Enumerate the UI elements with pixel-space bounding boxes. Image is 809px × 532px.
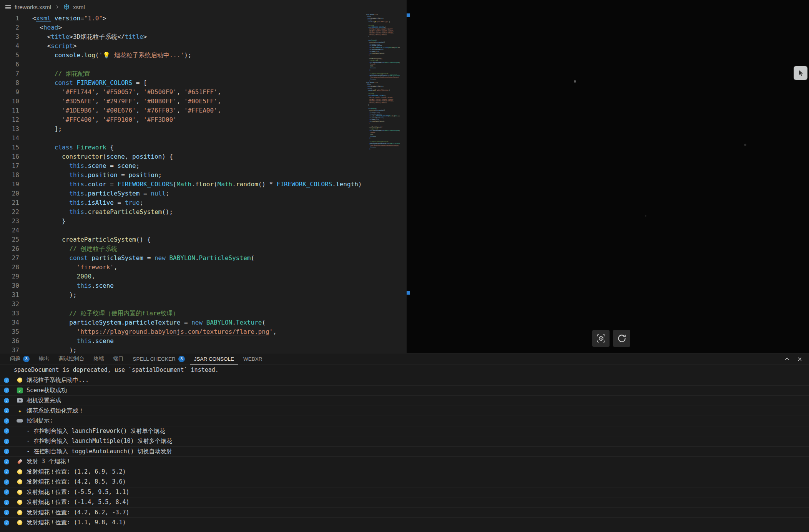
camera-icon xyxy=(17,397,23,404)
code-line: 5 console.log('💡 烟花粒子系统启动中...'); xyxy=(0,51,364,60)
info-icon: i xyxy=(4,479,9,485)
console-message: 烟花系统初始化完成！ xyxy=(27,407,84,414)
console-message: - 在控制台输入 toggleAutoLaunch() 切换自动发射 xyxy=(27,448,172,455)
console-log-row: i- 在控制台输入 toggleAutoLaunch() 切换自动发射 xyxy=(0,447,809,457)
line-number: 12 xyxy=(0,115,19,124)
code-line: 6 xyxy=(0,60,364,69)
breadcrumb: fireworks.xsml xsml xyxy=(0,0,407,14)
panel-tab-bar: 问题3输出调试控制台终端端口SPELL CHECKER3JSAR CONSOLE… xyxy=(0,353,809,365)
line-number: 1 xyxy=(0,14,19,23)
preview-handle-top[interactable] xyxy=(407,13,410,17)
menu-icon[interactable] xyxy=(5,5,11,9)
console-message: 发射 3 个烟花！ xyxy=(27,458,71,465)
console-log-row: iScene获取成功 xyxy=(0,386,809,396)
console-log-row: i烟花粒子系统启动中... xyxy=(0,375,809,386)
info-icon: i xyxy=(4,459,9,464)
info-icon: i xyxy=(4,489,9,495)
line-number: 14 xyxy=(0,134,19,143)
info-icon: i xyxy=(4,520,9,525)
console-deprecation-message: spaceDocument is deprecated, use `spatia… xyxy=(0,365,809,375)
code-line: 1<xsml version="1.0"> xyxy=(0,14,364,23)
maximize-panel-icon[interactable] xyxy=(784,356,790,362)
bulb-icon xyxy=(17,500,23,505)
breadcrumb-symbol[interactable]: xsml xyxy=(73,4,85,10)
line-number: 6 xyxy=(0,60,19,69)
firework-particle xyxy=(645,215,646,217)
panel-tab-ports[interactable]: 端口 xyxy=(110,353,128,365)
rocket-icon xyxy=(17,458,23,465)
screenshot-scene-button[interactable] xyxy=(592,330,610,347)
blank-icon xyxy=(17,438,23,444)
console-message: 发射烟花！位置: (-5.5, 9.5, 1.1) xyxy=(27,489,130,496)
code-line: 14 xyxy=(0,134,364,143)
code-line: 19 this.color = FIREWORK_COLORS[Math.flo… xyxy=(0,180,364,189)
console-log-row: i- 在控制台输入 launchMultiple(10) 发射多个烟花 xyxy=(0,436,809,447)
minimap[interactable]: <xsml version="1.0"> <head> <title>3D烟花粒… xyxy=(364,14,400,353)
line-number: 32 xyxy=(0,300,19,309)
code-editor[interactable]: 1<xsml version="1.0">2 <head>3 <title>3D… xyxy=(0,14,364,353)
line-number: 24 xyxy=(0,226,19,235)
panel-tab-terminal[interactable]: 终端 xyxy=(90,353,108,365)
code-line: 7 // 烟花配置 xyxy=(0,69,364,78)
panel-tab-webxr[interactable]: WEBXR xyxy=(239,353,266,365)
code-line: 21 this.isAlive = true; xyxy=(0,198,364,207)
line-number: 34 xyxy=(0,318,19,327)
panel-tab-problems[interactable]: 问题3 xyxy=(6,353,33,365)
line-number: 18 xyxy=(0,171,19,180)
panel-tab-jsar-console[interactable]: JSAR CONSOLE xyxy=(190,353,238,365)
line-number: 4 xyxy=(0,41,19,51)
code-line: ); xyxy=(364,148,400,150)
console-log-row: i相机设置完成 xyxy=(0,396,809,406)
preview-controls xyxy=(592,330,630,347)
code-line: 16 constructor(scene, position) { xyxy=(0,152,364,161)
code-line: 31 ); xyxy=(0,290,364,300)
panel-tab-output[interactable]: 输出 xyxy=(35,353,53,365)
code-line: 3 <title>3D烟花粒子系统</title> xyxy=(0,32,364,41)
console-message: 发射烟花！位置: (1.1, 9.8, 4.1) xyxy=(27,519,126,526)
code-line: 37 ); xyxy=(0,346,364,353)
code-line: 34 particleSystem.particleTexture = new … xyxy=(0,318,364,327)
line-number: 23 xyxy=(0,217,19,226)
line-number: 3 xyxy=(0,32,19,41)
line-number: 7 xyxy=(0,69,19,78)
console-log-row: i发射烟花！位置: (-5.5, 9.5, 1.1) xyxy=(0,487,809,498)
close-panel-icon[interactable] xyxy=(797,356,803,362)
console-log-row: i发射 3 个烟花！ xyxy=(0,457,809,467)
console-message: 发射烟花！位置: (1.2, 6.9, 5.2) xyxy=(27,468,126,476)
code-line: 28 'firework', xyxy=(0,263,364,272)
info-icon: i xyxy=(4,408,9,413)
breadcrumb-file[interactable]: fireworks.xsml xyxy=(15,4,51,10)
line-number: 29 xyxy=(0,272,19,281)
line-number: 10 xyxy=(0,97,19,106)
info-icon: i xyxy=(4,388,9,393)
tab-label: SPELL CHECKER xyxy=(133,356,176,362)
panel-tab-debug-console[interactable]: 调试控制台 xyxy=(55,353,88,365)
line-number: 19 xyxy=(0,180,19,189)
code-line: 24 xyxy=(0,226,364,235)
line-number: 26 xyxy=(0,244,19,254)
line-number: 27 xyxy=(0,254,19,263)
panel-tab-spell-checker[interactable]: SPELL CHECKER3 xyxy=(129,353,189,365)
preview-handle-bottom[interactable] xyxy=(407,291,410,295)
console-message: 烟花粒子系统启动中... xyxy=(27,376,89,384)
tab-badge: 3 xyxy=(178,356,185,362)
code-line: 25 createParticleSystem() { xyxy=(0,235,364,244)
check-icon xyxy=(17,388,23,393)
code-line: 11 '#1DE9B6', '#00E676', '#76FF03', '#FF… xyxy=(0,106,364,115)
line-number: 15 xyxy=(0,143,19,152)
tab-label: WEBXR xyxy=(243,356,262,362)
info-icon: i xyxy=(4,439,9,444)
code-line: 10 '#3D5AFE', '#2979FF', '#00B0FF', '#00… xyxy=(0,97,364,106)
console-message: Scene获取成功 xyxy=(27,387,67,394)
scene-preview[interactable] xyxy=(407,0,809,353)
code-line: 13 ]; xyxy=(0,124,364,134)
info-icon: i xyxy=(4,398,9,403)
line-number: 37 xyxy=(0,346,19,353)
line-number: 33 xyxy=(0,309,19,318)
code-line: 18 this.position = position; xyxy=(0,171,364,180)
floating-pointer-button[interactable] xyxy=(794,66,807,80)
line-number: 5 xyxy=(0,51,19,60)
tab-label: 调试控制台 xyxy=(58,355,85,362)
info-icon: i xyxy=(4,449,9,454)
reload-scene-button[interactable] xyxy=(613,330,630,347)
